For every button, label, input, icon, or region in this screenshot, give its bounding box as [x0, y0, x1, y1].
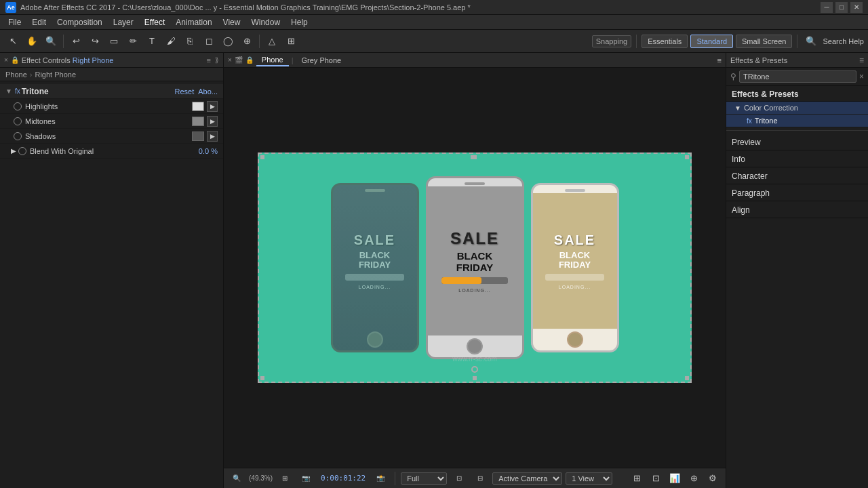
comp-cam-icon[interactable]: 📷	[297, 470, 315, 487]
menu-view[interactable]: View	[218, 16, 246, 28]
right-phone-home	[567, 331, 583, 348]
comp-coords: (49.3%)	[249, 474, 273, 482]
watermark-text: www.rr-sc.com	[452, 355, 497, 363]
comp-grid-icon[interactable]: ⊞	[276, 470, 294, 487]
hand-tool[interactable]: ✋	[23, 33, 41, 50]
comp-icon3[interactable]: 📊	[666, 470, 684, 487]
comp-view-select[interactable]: 1 View 2 Views	[566, 472, 612, 485]
effects-search-input[interactable]	[739, 70, 856, 83]
comp-icon1[interactable]: ⊞	[628, 470, 646, 487]
blend-label: Blend With Original	[30, 147, 199, 155]
comp-panel-menu[interactable]: ≡	[717, 56, 722, 64]
effects-presets-panel: Effects & Presets ≡ ⚲ × Effects & Preset…	[726, 53, 868, 488]
tritone-header: ▼ fx Tritone Reset Abo...	[0, 84, 223, 99]
tritone-collapse-icon[interactable]: ▼	[5, 87, 12, 95]
midtones-swatch[interactable]	[192, 117, 204, 126]
snapping-label: Snapping	[592, 35, 632, 47]
text-tool[interactable]: T	[143, 33, 161, 50]
eraser-tool[interactable]: ◻	[200, 33, 218, 50]
comp-icon5[interactable]: ⚙	[704, 470, 722, 487]
close-button[interactable]: ✕	[850, 2, 863, 13]
selection-handle-bl[interactable]	[260, 376, 264, 380]
comp-toggle2[interactable]: ⊟	[471, 470, 489, 487]
left-phone-bftext: BLACKFRIDAY	[359, 251, 391, 270]
comp-controls-bar: 🔍 (49.3%) ⊞ 📷 0:00:01:22 📸 Full Half Qua…	[224, 468, 726, 488]
comp-tab-phone[interactable]: Phone	[256, 54, 289, 66]
comp-camera-select[interactable]: Active Camera	[492, 472, 562, 485]
shadows-arrow[interactable]: ▶	[207, 131, 218, 142]
minimize-button[interactable]: ─	[821, 2, 833, 13]
effects-search-clear[interactable]: ×	[859, 72, 864, 81]
effects-presets-menu[interactable]: ≡	[859, 56, 864, 65]
zoom-tool[interactable]: 🔍	[42, 33, 60, 50]
midtones-arrow[interactable]: ▶	[207, 116, 218, 127]
workspace-small-screen[interactable]: Small Screen	[736, 35, 792, 48]
comp-close-btn[interactable]: ×	[228, 56, 232, 64]
menu-file[interactable]: File	[3, 16, 26, 28]
clone-tool[interactable]: ⎘	[181, 33, 199, 50]
character-section[interactable]: Character	[726, 167, 868, 184]
maximize-button[interactable]: □	[835, 2, 848, 13]
window-controls[interactable]: ─ □ ✕	[821, 2, 863, 13]
comp-icon4[interactable]: ⊕	[685, 470, 703, 487]
brush-tool[interactable]: 🖌	[162, 33, 180, 50]
menu-effect[interactable]: Effect	[139, 16, 170, 28]
workspace-essentials[interactable]: Essentials	[642, 35, 688, 48]
panel-expand-icon[interactable]: ⟫	[215, 56, 219, 64]
selection-handle-tr[interactable]	[685, 155, 689, 159]
undo-tool[interactable]: ↩	[67, 33, 85, 50]
selection-handle-br[interactable]	[685, 376, 689, 380]
menu-animation[interactable]: Animation	[170, 16, 217, 28]
comp-icon: 🎬	[235, 56, 243, 64]
menu-help[interactable]: Help	[285, 16, 313, 28]
menu-composition[interactable]: Composition	[52, 16, 108, 28]
comp-icon2[interactable]: ⊡	[647, 470, 665, 487]
breadcrumb-sep: ›	[30, 70, 33, 79]
blend-row: ▶ Blend With Original 0.0 %	[0, 144, 223, 159]
workspace-standard[interactable]: Standard	[690, 35, 733, 48]
menu-window[interactable]: Window	[245, 16, 285, 28]
effect-controls-panel: × 🔒 Effect Controls Right Phone ≡ ⟫ Phon…	[0, 53, 224, 488]
tritone-about-button[interactable]: Abo...	[198, 87, 218, 96]
comp-toggle1[interactable]: ⊡	[450, 470, 468, 487]
toolbar-separator-2	[259, 35, 260, 48]
menu-layer[interactable]: Layer	[108, 16, 139, 28]
panel-close-button[interactable]: ×	[4, 56, 8, 64]
align-tool[interactable]: ⊞	[282, 33, 300, 50]
preview-section[interactable]: Preview	[726, 134, 868, 150]
roto-tool[interactable]: ◯	[219, 33, 237, 50]
comp-ctrl-sep1	[395, 472, 395, 485]
panel-menu-icon[interactable]: ≡	[207, 56, 211, 64]
pen-tool[interactable]: ✏	[124, 33, 142, 50]
shadows-swatch[interactable]	[192, 131, 204, 141]
select-tool[interactable]: ↖	[4, 33, 22, 50]
tritone-reset-button[interactable]: Reset	[175, 87, 195, 96]
redo-tool[interactable]: ↪	[86, 33, 104, 50]
search-icon[interactable]: 🔍	[802, 33, 820, 50]
shape-tool[interactable]: △	[263, 33, 281, 50]
blend-value[interactable]: 0.0 %	[199, 147, 218, 155]
tritone-effect-item[interactable]: fx Tritone	[726, 115, 868, 127]
comp-quality-select[interactable]: Full Half Quarter	[401, 472, 447, 485]
menu-edit[interactable]: Edit	[26, 16, 52, 28]
rotation-handle[interactable]	[471, 366, 478, 373]
puppet-tool[interactable]: ⊕	[238, 33, 256, 50]
highlights-swatch[interactable]	[192, 102, 204, 111]
center-phone-bftext: BLACKFRIDAY	[456, 251, 493, 273]
comp-zoom-icon[interactable]: 🔍	[228, 470, 245, 487]
blend-toggle[interactable]: ▶	[11, 147, 16, 155]
selection-handle-bm[interactable]	[473, 376, 477, 380]
center-phone-bar-container	[441, 277, 508, 284]
paragraph-section[interactable]: Paragraph	[726, 184, 868, 201]
selection-handle-tl[interactable]	[260, 155, 264, 159]
highlights-arrow[interactable]: ▶	[207, 101, 218, 112]
rect-tool[interactable]: ▭	[105, 33, 123, 50]
comp-tab-grey-phone[interactable]: Grey Phone	[296, 55, 347, 66]
align-section[interactable]: Align	[726, 201, 868, 218]
comp-snapshot-icon[interactable]: 📸	[372, 470, 389, 487]
color-correction-category[interactable]: ▼ Color Correction	[726, 102, 868, 115]
info-section[interactable]: Info	[726, 150, 868, 167]
selection-handle-rm[interactable]	[471, 155, 475, 159]
effect-controls-header: × 🔒 Effect Controls Right Phone ≡ ⟫	[0, 53, 223, 68]
comp-lock-icon: 🔒	[245, 56, 254, 64]
